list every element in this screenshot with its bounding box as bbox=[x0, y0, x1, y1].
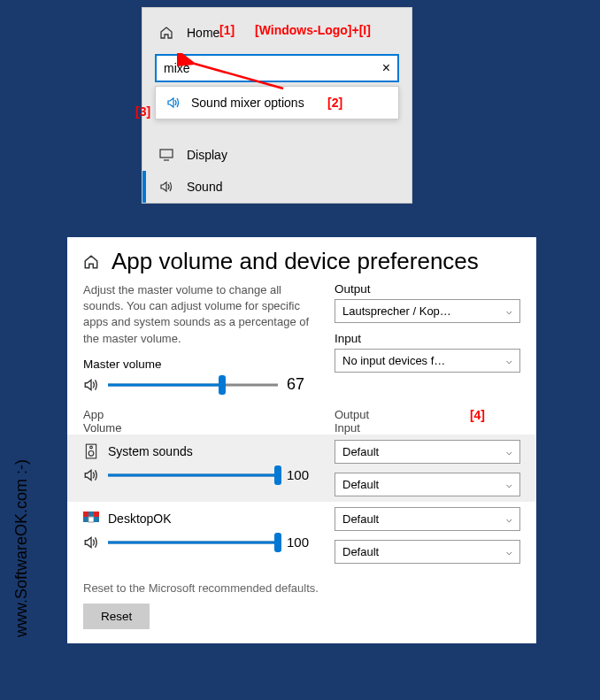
master-volume-value: 67 bbox=[287, 375, 315, 394]
svg-rect-9 bbox=[94, 517, 99, 522]
app-output-value: Default bbox=[342, 445, 379, 458]
home-icon bbox=[158, 26, 174, 40]
svg-rect-4 bbox=[83, 512, 88, 517]
app-input-select[interactable]: Default ⌵ bbox=[335, 540, 520, 564]
annotation-2: [2] bbox=[327, 96, 342, 110]
search-suggestion[interactable]: Sound mixer options bbox=[155, 86, 399, 119]
nav-sound-label: Sound bbox=[187, 180, 222, 194]
annotation-1: [1] bbox=[219, 23, 235, 37]
speaker-icon[interactable] bbox=[83, 377, 99, 393]
app-output-value: Default bbox=[342, 512, 379, 526]
reset-note: Reset to the Microsoft recommended defau… bbox=[83, 581, 520, 595]
system-sounds-icon bbox=[83, 443, 99, 459]
column-header-input: Input bbox=[335, 421, 520, 435]
app-volume-value: 100 bbox=[287, 467, 315, 482]
output-select[interactable]: Lautsprecher / Kop… ⌵ bbox=[335, 299, 520, 323]
app-row: DesktopOK 100 Default ⌵ Default bbox=[67, 502, 536, 569]
output-value: Lautsprecher / Kop… bbox=[342, 304, 451, 318]
speaker-icon bbox=[166, 96, 181, 110]
app-row: System sounds 100 Default ⌵ Default bbox=[67, 435, 536, 502]
app-name: DesktopOK bbox=[108, 512, 172, 526]
output-label: Output bbox=[335, 282, 520, 296]
speaker-icon[interactable] bbox=[83, 467, 99, 483]
search-input[interactable] bbox=[164, 61, 382, 75]
chevron-down-icon: ⌵ bbox=[506, 546, 512, 558]
description-text: Adjust the master volume to change all s… bbox=[83, 282, 315, 347]
watermark-text: www.SoftwareOK.com :-) bbox=[12, 459, 31, 637]
nav-display-label: Display bbox=[187, 148, 227, 162]
svg-rect-7 bbox=[83, 517, 88, 522]
chevron-down-icon: ⌵ bbox=[506, 446, 512, 458]
app-volume-value: 100 bbox=[287, 535, 315, 550]
column-header-output: Output bbox=[335, 408, 520, 421]
search-suggestion-label: Sound mixer options bbox=[191, 96, 304, 110]
master-volume-label: Master volume bbox=[83, 358, 315, 371]
chevron-down-icon: ⌵ bbox=[506, 355, 512, 366]
input-label: Input bbox=[335, 332, 520, 345]
svg-rect-6 bbox=[94, 512, 99, 517]
search-input-container[interactable]: × bbox=[155, 54, 399, 82]
column-header-volume: Volume bbox=[83, 421, 315, 435]
input-value: No input devices f… bbox=[342, 354, 445, 367]
nav-display[interactable]: Display bbox=[142, 139, 412, 171]
display-icon bbox=[158, 149, 174, 161]
master-volume-slider[interactable] bbox=[108, 374, 278, 396]
app-input-value: Default bbox=[342, 478, 379, 491]
app-output-select[interactable]: Default ⌵ bbox=[335, 507, 520, 531]
svg-point-3 bbox=[88, 450, 94, 456]
app-input-select[interactable]: Default ⌵ bbox=[335, 473, 520, 496]
chevron-down-icon: ⌵ bbox=[506, 305, 512, 317]
svg-rect-0 bbox=[160, 150, 173, 158]
svg-rect-5 bbox=[88, 512, 94, 517]
column-header-app: App bbox=[83, 408, 315, 421]
sound-icon bbox=[158, 180, 174, 194]
annotation-3: [3] bbox=[135, 104, 150, 119]
desktopok-icon bbox=[83, 511, 99, 527]
nav-home-label: Home bbox=[187, 26, 219, 40]
app-output-select[interactable]: Default ⌵ bbox=[335, 440, 520, 464]
app-name: System sounds bbox=[108, 444, 193, 458]
chevron-down-icon: ⌵ bbox=[506, 479, 512, 490]
volume-panel: App volume and device preferences Adjust… bbox=[67, 237, 536, 643]
annotation-4: [4] bbox=[470, 408, 485, 422]
app-input-value: Default bbox=[342, 545, 379, 558]
app-volume-slider[interactable] bbox=[108, 532, 278, 553]
chevron-down-icon: ⌵ bbox=[506, 513, 512, 525]
input-select[interactable]: No input devices f… ⌵ bbox=[335, 349, 520, 373]
annotation-1-text: [Windows-Logo]+[I] bbox=[255, 23, 371, 37]
reset-button[interactable]: Reset bbox=[83, 604, 150, 629]
speaker-icon[interactable] bbox=[83, 535, 99, 550]
app-volume-slider[interactable] bbox=[108, 465, 278, 486]
svg-rect-8 bbox=[88, 517, 94, 522]
page-title: App volume and device preferences bbox=[112, 248, 479, 275]
svg-point-2 bbox=[90, 446, 93, 449]
nav-sound[interactable]: Sound bbox=[142, 171, 412, 203]
home-icon[interactable] bbox=[83, 254, 99, 270]
clear-icon[interactable]: × bbox=[382, 60, 390, 76]
